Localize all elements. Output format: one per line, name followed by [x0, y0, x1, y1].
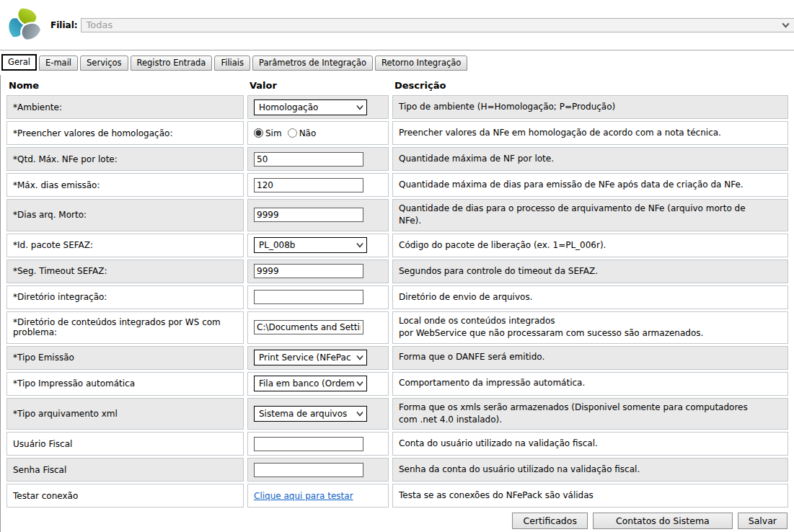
sim-radio-option[interactable]: Sim: [254, 128, 282, 138]
tipo-emissao-select[interactable]: Print Service (NFePac: [254, 350, 367, 365]
field-description: Código do pacote de liberação (ex. 1=PL_…: [399, 239, 606, 252]
field-description-cell: Local onde os conteúdos integrados por W…: [392, 311, 788, 344]
field-description: Local onde os conteúdos integrados por W…: [399, 315, 703, 340]
field-description-cell: Forma que os xmls serão armazenados (Dis…: [392, 398, 788, 430]
field-value-cell: Sistema de arquivos: [247, 398, 389, 430]
field-label: *Id. pacote SEFAZ:: [13, 240, 93, 250]
tab-geral[interactable]: Geral: [1, 54, 37, 71]
field-label: *Dias arq. Morto:: [13, 210, 87, 220]
field-name-cell: *Id. pacote SEFAZ:: [6, 234, 244, 257]
field-name-cell: *Tipo arquivamento xml: [6, 398, 244, 430]
field-value-cell: [247, 173, 389, 197]
field-description-cell: Comportamento da impressão automática.: [392, 372, 788, 396]
field-label: *Diretório de conteúdos integrados por W…: [13, 317, 237, 337]
field-description: Comportamento da impressão automática.: [399, 377, 585, 389]
field-value-cell: Homologação: [247, 95, 389, 119]
table-header-row: Nome Valor Descrição: [6, 76, 794, 95]
preencher-valores-de-homologacao-radio-group: SimNão: [254, 128, 316, 138]
column-header-valor: Valor: [247, 76, 389, 95]
column-header-nome: Nome: [6, 76, 244, 95]
test-connection-link[interactable]: Clique aqui para testar: [254, 491, 353, 501]
chevron-down-icon: [356, 353, 364, 362]
field-description-cell: Segundos para controle do timeout da SEF…: [392, 260, 788, 283]
field-description: Forma que os xmls serão armazenados (Dis…: [399, 402, 748, 427]
dias-arq-morto-input[interactable]: [254, 208, 363, 222]
filial-select[interactable]: Todas: [81, 18, 794, 32]
field-name-cell: *Diretório integração:: [6, 285, 244, 309]
select-value: Homologação: [259, 102, 318, 112]
filial-label: Filial:: [50, 20, 78, 30]
tipo-arquivamento-xml-select[interactable]: Sistema de arquivos: [254, 406, 367, 422]
field-description: Diretório de envio de arquivos.: [399, 291, 532, 303]
field-value-cell: [247, 260, 389, 283]
field-description: Forma que o DANFE será emitido.: [399, 351, 544, 363]
header-bar: Filial: Todas: [0, 0, 794, 50]
field-description-cell: Quantidade máxima de dias para emissão d…: [392, 173, 788, 197]
field-description: Conta do usuário utilizado na validação …: [399, 438, 598, 450]
tab-e-mail[interactable]: E-mail: [39, 56, 78, 71]
field-label: Usuário Fiscal: [13, 439, 72, 449]
settings-tab-bar: GeralE-mailServiçosRegistro EntradaFilia…: [1, 57, 794, 71]
field-value-cell: Fila em banco (Ordem: [247, 372, 389, 396]
salvar-button[interactable]: Salvar: [738, 513, 788, 529]
chevron-down-icon: [356, 241, 364, 249]
seg-timeout-sefaz-input[interactable]: [254, 264, 363, 278]
select-value: Sistema de arquivos: [259, 409, 347, 419]
nao-radio[interactable]: [288, 128, 297, 138]
usuario-fiscal-input[interactable]: [254, 437, 363, 451]
nao-radio-option[interactable]: Não: [288, 128, 317, 138]
settings-table: *Ambiente:HomologaçãoTipo de ambiente (H…: [6, 95, 794, 507]
tab-registro-entrada[interactable]: Registro Entrada: [131, 56, 213, 71]
field-name-cell: *Qtd. Máx. NFe por lote:: [6, 147, 244, 171]
chevron-down-icon: [356, 379, 364, 388]
senha-fiscal-input[interactable]: [254, 463, 363, 477]
field-description: Segundos para controle do timeout da SEF…: [399, 265, 598, 278]
field-description-cell: Quantidade máxima de NF por lote.: [392, 147, 788, 171]
column-header-descricao: Descrição: [392, 76, 788, 95]
field-description-cell: Diretório de envio de arquivos.: [392, 285, 788, 309]
max-dias-emissao-input[interactable]: [254, 178, 363, 192]
field-description-cell: Conta do usuário utilizado na validação …: [392, 432, 788, 456]
tab-parametros-de-integracao[interactable]: Parâmetros de Integração: [252, 56, 373, 71]
chevron-down-icon: [781, 20, 790, 30]
chevron-down-icon: [356, 409, 364, 418]
field-value-cell: [247, 199, 389, 231]
field-name-cell: *Seg. Timeout SEFAZ:: [6, 260, 244, 283]
ambiente-select[interactable]: Homologação: [254, 99, 367, 115]
field-description-cell: Tipo de ambiente (H=Homologação; P=Produ…: [392, 95, 788, 119]
field-value-cell: Clique aqui para testar: [247, 484, 389, 507]
qtd-max-nfe-por-lote-input[interactable]: [254, 152, 363, 167]
field-label: Senha Fiscal: [13, 465, 66, 475]
field-description: Senha da conta do usuário utilizado na v…: [399, 464, 640, 476]
field-label: *Tipo arquivamento xml: [13, 409, 118, 419]
id-pacote-sefaz-select[interactable]: PL_008b: [254, 237, 367, 253]
tab-retorno-integracao[interactable]: Retorno Integração: [375, 56, 467, 71]
tab-servicos[interactable]: Serviços: [80, 56, 128, 71]
field-label: *Ambiente:: [13, 102, 62, 112]
field-label: *Diretório integração:: [13, 292, 107, 302]
diretorio-de-conteudos-integrados-por-ws-com-problema-input[interactable]: [254, 320, 363, 334]
field-value-cell: Print Service (NFePac: [247, 346, 389, 370]
field-description-cell: Quantidade de dias para o processo de ar…: [392, 199, 788, 231]
select-value: Print Service (NFePac: [259, 353, 351, 363]
field-label: *Qtd. Máx. NFe por lote:: [13, 154, 118, 164]
field-name-cell: *Preencher valores de homologação:: [6, 121, 244, 145]
sim-radio[interactable]: [254, 128, 263, 138]
diretorio-integracao-input[interactable]: [254, 290, 363, 304]
field-description: Quantidade máxima de dias para emissão d…: [399, 179, 744, 191]
nfepack-settings-page: Filial: Todas GeralE-mailServiçosRegistr…: [0, 0, 794, 532]
filial-select-value: Todas: [87, 19, 113, 30]
field-description: Quantidade de dias para o processo de ar…: [399, 203, 746, 228]
certificados-button[interactable]: Certificados: [512, 513, 587, 529]
tipo-impressao-automatica-select[interactable]: Fila em banco (Ordem: [254, 376, 367, 391]
field-value-cell: PL_008b: [247, 234, 389, 257]
field-description-cell: Código do pacote de liberação (ex. 1=PL_…: [392, 234, 788, 257]
field-value-cell: [247, 432, 389, 456]
footer-button-bar: CertificadosContatos do SistemaSalvar: [1, 513, 788, 529]
field-name-cell: Senha Fiscal: [6, 458, 244, 482]
field-description: Tipo de ambiente (H=Homologação; P=Produ…: [399, 101, 615, 113]
tab-filiais[interactable]: Filiais: [214, 56, 250, 71]
field-name-cell: *Dias arq. Morto:: [6, 199, 244, 231]
field-value-cell: [247, 147, 389, 171]
contatos-do-sistema-button[interactable]: Contatos do Sistema: [593, 513, 733, 529]
